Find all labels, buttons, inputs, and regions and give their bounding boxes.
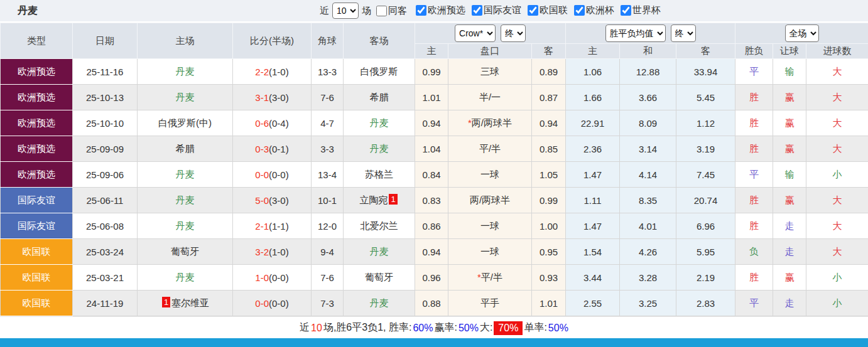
summary-segment: 70% <box>494 321 523 335</box>
match-table: 类型 日期 主场 比分(半场) 角球 客场 Crow* 终 胜平负均值 终 <box>0 23 868 316</box>
filter-input[interactable] <box>416 5 426 16</box>
halftime-score: (3-0) <box>269 92 289 103</box>
handicap-cell: 一球 <box>448 213 532 239</box>
filter-label: 欧洲预选 <box>428 4 465 16</box>
col-header-type: 类型 <box>1 23 73 59</box>
avg-draw-cell: 4.01 <box>620 213 676 239</box>
col-header-odds-home: 主 <box>415 44 448 59</box>
filter-label: 世界杯 <box>632 4 661 16</box>
result-goals-cell: 小 <box>806 265 868 291</box>
table-row: 欧国联24-11-191塞尔维亚0-0(0-0)7-3丹麦0.88平手1.012… <box>1 291 868 316</box>
avg-draw-cell: 4.26 <box>620 239 676 265</box>
home-team-cell: 丹麦 <box>138 213 233 239</box>
filter-input[interactable] <box>621 5 631 16</box>
handicap-cell: *平/半 <box>448 265 532 291</box>
avg-draw-cell: 3.25 <box>620 291 676 316</box>
same-venue-checkbox[interactable]: 同客 <box>376 5 407 17</box>
col-header-avg-away: 客 <box>676 44 735 59</box>
score-cell: 2-2(1-0) <box>233 59 312 85</box>
league-type-cell: 欧洲预选 <box>1 136 73 162</box>
filter-label: 国际友谊 <box>484 4 521 16</box>
match-table-body: 欧洲预选25-11-16丹麦2-2(1-0)13-3白俄罗斯0.99三球0.89… <box>1 59 868 316</box>
team-name: 葡萄牙 <box>171 246 199 257</box>
corner-cell: 4-7 <box>312 110 344 136</box>
result-handicap-cell: 走 <box>773 239 806 265</box>
filter-checkbox-3[interactable]: 欧国联 <box>528 4 568 16</box>
league-filter-group: 欧洲预选国际友谊欧国联欧洲杯世界杯 <box>410 4 661 18</box>
filter-input[interactable] <box>528 5 538 16</box>
score-cell: 3-2(1-0) <box>233 239 312 265</box>
avg-away-cell: 33.94 <box>676 59 735 85</box>
away-team-cell: 丹麦 <box>344 239 415 265</box>
away-team-cell: 立陶宛1 <box>344 188 415 213</box>
result-handicap-cell: 赢 <box>773 136 806 162</box>
corner-cell: 13-4 <box>312 162 344 188</box>
league-type-cell: 欧国联 <box>1 291 73 316</box>
odds-home-cell: 0.88 <box>415 291 448 316</box>
avg-home-cell: 1.47 <box>566 162 620 188</box>
avg-home-cell: 1.54 <box>566 239 620 265</box>
recent-count-select[interactable]: 10 <box>332 3 359 19</box>
fulltime-score: 3-1 <box>255 92 269 103</box>
result-handicap-cell: 输 <box>773 59 806 85</box>
filter-input[interactable] <box>472 5 482 16</box>
handicap-cell: 半/一 <box>448 85 532 110</box>
summary-segment: 赢率: <box>434 321 457 334</box>
avg-time-select[interactable]: 终 <box>671 24 696 42</box>
avg-away-cell: 3.19 <box>676 136 735 162</box>
league-type-cell: 欧国联 <box>1 265 73 291</box>
summary-segment: 大: <box>480 321 492 334</box>
fulltime-score: 1-0 <box>255 272 269 283</box>
odds-away-cell: 0.94 <box>532 110 566 136</box>
odds-home-cell: 0.96 <box>415 265 448 291</box>
filter-label: 欧国联 <box>540 4 568 16</box>
col-header-home: 主场 <box>138 23 233 59</box>
fulltime-score: 0-0 <box>255 298 269 309</box>
filter-checkbox-2[interactable]: 国际友谊 <box>472 4 521 16</box>
rank-badge: 1 <box>162 297 170 307</box>
corner-cell: 7-3 <box>312 291 344 316</box>
summary-segment: 单率: <box>524 321 546 334</box>
scope-select[interactable]: 全场 <box>785 24 819 42</box>
halftime-score: (1-0) <box>269 67 289 77</box>
away-team-cell: 苏格兰 <box>344 162 415 188</box>
filter-checkbox-5[interactable]: 世界杯 <box>621 4 661 16</box>
handicap-cell: 一球 <box>448 162 532 188</box>
date-cell: 25-10-13 <box>73 85 138 110</box>
filter-input[interactable] <box>574 5 585 16</box>
halftime-score: (0-1) <box>269 144 289 154</box>
filter-checkbox-4[interactable]: 欧洲杯 <box>574 4 614 16</box>
date-cell: 25-09-06 <box>73 162 138 188</box>
fulltime-score: 0-3 <box>255 144 269 154</box>
col-header-handicap: 盘口 <box>448 44 532 59</box>
avg-away-cell: 5.45 <box>676 85 735 110</box>
odds-away-cell: 1.01 <box>532 291 566 316</box>
team-name: 希腊 <box>176 143 195 154</box>
result-goals-cell: 小 <box>806 291 868 316</box>
odds-home-cell: 1.04 <box>415 136 448 162</box>
col-header-result-goals: 进球数 <box>806 44 868 59</box>
result-wl-cell: 胜 <box>735 136 773 162</box>
odds-away-cell: 0.99 <box>532 188 566 213</box>
avg-home-cell: 2.55 <box>566 291 620 316</box>
summary-footer: 近10场,胜6平3负1, 胜率:60% 赢率:50% 大:70% 单率:50% <box>0 316 868 339</box>
result-goals-cell: 小 <box>806 162 868 188</box>
rank-badge: 1 <box>389 194 397 205</box>
date-cell: 25-03-21 <box>73 265 138 291</box>
odds-home-cell: 0.86 <box>415 213 448 239</box>
avg-type-select[interactable]: 胜平负均值 <box>605 24 666 42</box>
avg-home-cell: 2.36 <box>566 136 620 162</box>
summary-segment: 60% <box>413 323 433 334</box>
odds-time-select[interactable]: 终 <box>501 24 526 42</box>
team-name: 塞尔维亚 <box>171 297 209 308</box>
result-goals-cell: 大 <box>806 239 868 265</box>
table-row: 欧洲预选25-09-06丹麦0-0(0-0)13-4苏格兰0.84一球1.051… <box>1 162 868 188</box>
score-cell: 2-1(1-1) <box>233 213 312 239</box>
away-team-cell: 丹麦 <box>344 291 415 316</box>
filter-checkbox-1[interactable]: 欧洲预选 <box>416 4 465 16</box>
corner-cell: 7-6 <box>312 265 344 291</box>
result-wl-cell: 胜 <box>735 188 773 213</box>
same-venue-input[interactable] <box>376 6 387 16</box>
date-cell: 25-10-10 <box>73 110 138 136</box>
bookmaker-select[interactable]: Crow* <box>455 24 496 42</box>
